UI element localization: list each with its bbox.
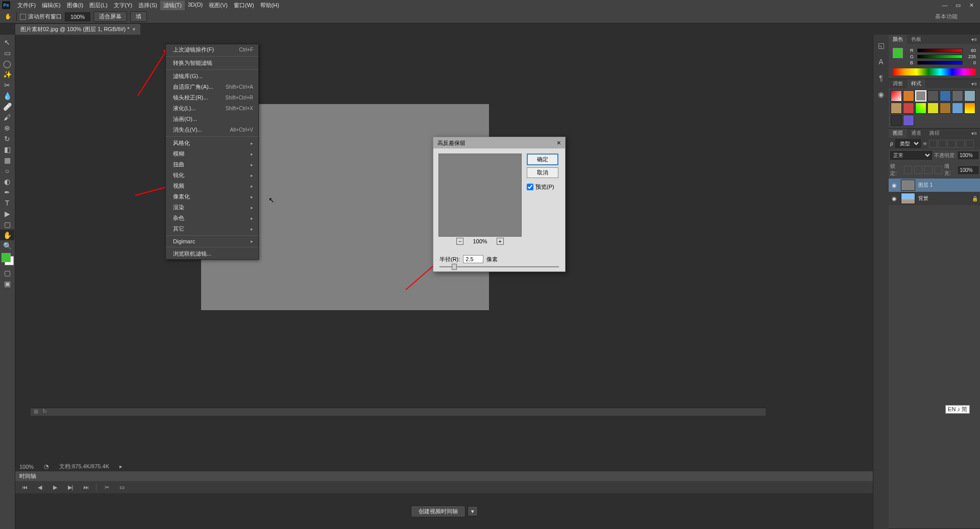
zoom-input[interactable]	[65, 12, 90, 21]
style-swatch[interactable]	[952, 90, 963, 102]
type-tool[interactable]: T	[0, 197, 14, 208]
timeline-next-icon[interactable]: ▶|	[65, 483, 76, 491]
crop-tool[interactable]: ✂	[0, 80, 14, 90]
menu-layer[interactable]: 图层(L)	[86, 1, 110, 10]
style-swatch[interactable]	[927, 90, 939, 102]
style-swatch[interactable]	[964, 90, 975, 102]
shape-tool[interactable]: ▢	[0, 219, 14, 230]
style-swatch[interactable]	[891, 103, 902, 114]
menu-vanishing[interactable]: 消失点(V)...Alt+Ctrl+V	[166, 124, 258, 135]
style-swatch[interactable]	[940, 90, 951, 102]
ime-indicator[interactable]: EN ♪ 简	[945, 405, 970, 414]
menu-type[interactable]: 文字(Y)	[111, 1, 136, 10]
stamp-tool[interactable]: ⊛	[0, 122, 14, 133]
radius-slider[interactable]	[439, 266, 559, 267]
brush-tool[interactable]: 🖌	[0, 112, 14, 122]
menu-window[interactable]: 窗口(W)	[231, 1, 257, 10]
timeline-footer-icon2[interactable]: ↻	[42, 408, 47, 416]
fill-input[interactable]: 100%	[958, 166, 978, 174]
style-swatch[interactable]	[903, 103, 914, 114]
menu-digimarc[interactable]: Digimarc▸	[166, 237, 258, 246]
menu-render[interactable]: 渲染▸	[166, 202, 258, 213]
menu-3d[interactable]: 3D(D)	[185, 1, 206, 10]
radius-input[interactable]	[463, 255, 483, 263]
color-swatch[interactable]	[2, 253, 14, 265]
gradient-tool[interactable]: ▦	[0, 155, 14, 165]
lock-all-icon[interactable]	[935, 166, 943, 174]
tab-swatches[interactable]: 色板	[907, 35, 925, 44]
tab-paths[interactable]: 路径	[925, 129, 944, 138]
menu-stylize[interactable]: 风格化▸	[166, 138, 258, 148]
document-tab[interactable]: 图片素材02.jpg @ 100% (图层 1, RGB/8#) * ×	[15, 24, 140, 35]
slider-thumb[interactable]	[452, 264, 457, 270]
magic-wand-tool[interactable]: ✨	[0, 69, 14, 80]
menu-liquify[interactable]: 液化(L)...Shift+Ctrl+X	[166, 103, 258, 114]
lock-trans-icon[interactable]	[904, 166, 912, 174]
menu-filter[interactable]: 滤镜(T)	[160, 1, 185, 10]
visibility-icon[interactable]: ◉	[891, 182, 898, 189]
menu-distort[interactable]: 扭曲▸	[166, 159, 258, 170]
style-swatch[interactable]	[903, 115, 914, 126]
healing-brush-tool[interactable]: 🩹	[0, 101, 14, 112]
pen-tool[interactable]: ✒	[0, 187, 14, 197]
color-preview[interactable]	[893, 48, 907, 62]
layer-filter-type[interactable]: 类型	[895, 139, 921, 148]
eyedropper-tool[interactable]: 💧	[0, 90, 14, 101]
menu-adaptive-wide[interactable]: 自适应广角(A)...Shift+Ctrl+A	[166, 82, 258, 92]
style-swatch[interactable]	[891, 115, 902, 126]
zoom-in-icon[interactable]: +	[497, 238, 504, 245]
timeline-play-icon[interactable]: ▶	[50, 483, 60, 491]
menu-video[interactable]: 视频▸	[166, 181, 258, 191]
menu-last-filter[interactable]: 上次滤镜操作(F)Ctrl+F	[166, 44, 258, 55]
workspace-label[interactable]: 基本功能	[931, 12, 962, 21]
preview-check[interactable]	[527, 184, 533, 190]
b-slider[interactable]	[917, 61, 963, 65]
filter-pixel-icon[interactable]	[929, 140, 937, 148]
menu-blur[interactable]: 模糊▸	[166, 148, 258, 159]
tab-channels[interactable]: 通道	[907, 129, 925, 138]
g-slider[interactable]	[917, 55, 963, 59]
preview-checkbox[interactable]: 预览(P)	[527, 183, 558, 191]
status-arrow-icon[interactable]: ▸	[119, 463, 122, 470]
fit-screen-button[interactable]: 适合屏幕	[93, 11, 127, 22]
dialog-close-icon[interactable]: ×	[557, 139, 561, 147]
timeline-first-icon[interactable]: ⏮	[19, 483, 30, 491]
menu-edit[interactable]: 编辑(E)	[39, 1, 64, 10]
eraser-tool[interactable]: ◧	[0, 144, 14, 155]
layer-thumbnail[interactable]	[901, 180, 915, 191]
menu-lens-correction[interactable]: 镜头校正(R)...Shift+Ctrl+R	[166, 92, 258, 103]
minimize-button[interactable]: —	[938, 1, 951, 10]
path-selection-tool[interactable]: ▶	[0, 208, 14, 219]
timeline-trans-icon[interactable]: ▭	[117, 483, 127, 491]
zoom-out-icon[interactable]: −	[456, 238, 463, 245]
style-swatch[interactable]	[903, 90, 914, 102]
history-brush-tool[interactable]: ↻	[0, 133, 14, 144]
ok-button[interactable]: 确定	[527, 154, 558, 165]
style-swatch[interactable]	[952, 103, 963, 114]
screenmode-tool[interactable]: ▣	[0, 278, 14, 289]
timeline-last-icon[interactable]: ⏭	[81, 483, 91, 491]
filter-adjust-icon[interactable]	[938, 140, 946, 148]
timeline-dropdown-icon[interactable]: ▾	[468, 506, 478, 516]
quickmask-tool[interactable]: ▢	[0, 267, 14, 278]
dialog-titlebar[interactable]: 高反差保留 ×	[433, 137, 565, 148]
menu-noise[interactable]: 杂色▸	[166, 213, 258, 223]
tab-styles[interactable]: 样式	[907, 79, 925, 88]
menu-view[interactable]: 视图(V)	[206, 1, 231, 10]
move-tool[interactable]: ↖	[0, 37, 14, 47]
timeline-prev-icon[interactable]: ◀	[35, 483, 45, 491]
close-tab-icon[interactable]: ×	[133, 27, 136, 32]
menu-filter-gallery[interactable]: 滤镜库(G)...	[166, 71, 258, 82]
lock-pixel-icon[interactable]	[914, 166, 922, 174]
lasso-tool[interactable]: ◯	[0, 58, 14, 69]
menu-help[interactable]: 帮助(H)	[257, 1, 282, 10]
blur-tool[interactable]: ○	[0, 165, 14, 176]
timeline-footer-icon1[interactable]: ⊞	[34, 408, 38, 416]
menu-convert-smart[interactable]: 转换为智能滤镜	[166, 58, 258, 68]
menu-select[interactable]: 选择(S)	[135, 1, 160, 10]
filter-shape-icon[interactable]	[957, 140, 965, 148]
color-ramp[interactable]	[893, 68, 976, 75]
menu-browse-online[interactable]: 浏览联机滤镜...	[166, 248, 258, 259]
close-button[interactable]: ✕	[965, 1, 978, 10]
r-slider[interactable]	[917, 48, 963, 53]
